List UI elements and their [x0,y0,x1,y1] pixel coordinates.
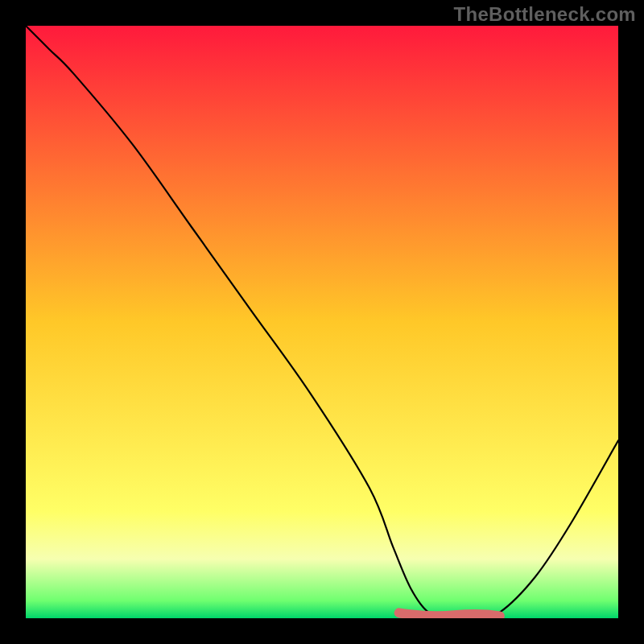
plot-area [26,26,618,618]
watermark-text: TheBottleneck.com [454,3,636,26]
chart-frame: TheBottleneck.com [0,0,644,644]
optimum-range-marker [399,613,500,616]
bottleneck-curve [26,26,618,618]
curve-layer [26,26,618,618]
